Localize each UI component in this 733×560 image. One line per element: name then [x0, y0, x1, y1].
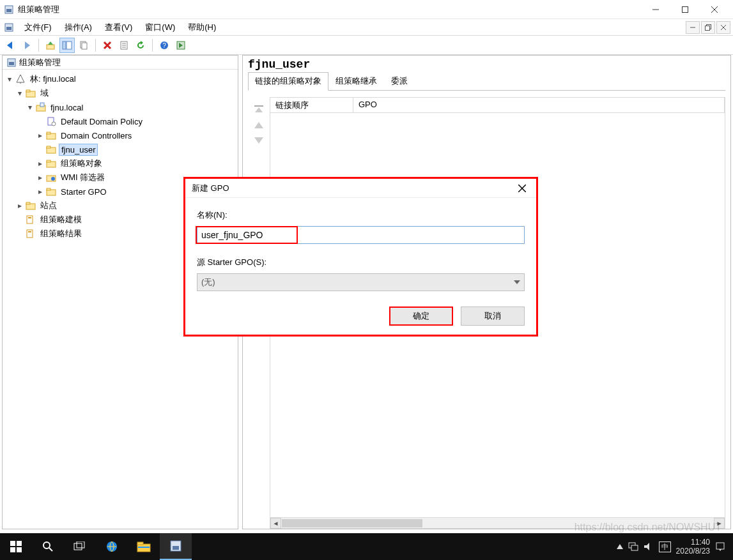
move-top-icon[interactable]	[253, 105, 265, 114]
search-button[interactable]	[32, 533, 64, 560]
move-up-icon[interactable]	[253, 121, 265, 129]
svg-rect-43	[47, 132, 50, 134]
tree-fjnu-user[interactable]: fjnu_user	[4, 142, 236, 156]
tray-notifications-icon[interactable]	[715, 541, 725, 552]
name-input[interactable]	[197, 226, 525, 244]
svg-rect-81	[631, 545, 638, 550]
taskview-button[interactable]	[64, 533, 96, 560]
tree-gpo[interactable]: ▸组策略对象	[4, 156, 236, 170]
tray-clock[interactable]: 11:40 2020/8/23	[676, 538, 710, 556]
up-button[interactable]	[43, 38, 58, 53]
separator	[95, 39, 96, 52]
tree-default-domain-policy[interactable]: Default Domain Policy	[4, 114, 236, 128]
forest-icon	[15, 74, 26, 84]
gpmc-icon	[6, 57, 17, 68]
svg-rect-72	[77, 541, 84, 548]
window-title: 组策略管理	[18, 4, 641, 15]
menu-file[interactable]: 文件(F)	[18, 20, 58, 34]
tree-domain[interactable]: ▾fjnu.local	[4, 100, 236, 114]
ok-button[interactable]: 确定	[389, 306, 453, 326]
svg-marker-64	[514, 280, 520, 284]
scroll-right-icon[interactable]: ►	[714, 518, 725, 529]
svg-rect-18	[66, 42, 72, 49]
menu-window[interactable]: 窗口(W)	[139, 20, 181, 34]
grid-hscrollbar[interactable]: ◄ ►	[270, 517, 725, 528]
svg-rect-33	[9, 62, 14, 65]
task-gpmc[interactable]	[160, 533, 192, 560]
tree-root-label[interactable]: 组策略管理	[19, 57, 61, 68]
menu-view[interactable]: 查看(V)	[98, 20, 139, 34]
properties-button[interactable]	[116, 38, 132, 53]
starter-label: 源 Starter GPO(S):	[197, 257, 525, 268]
delete-button[interactable]	[100, 38, 115, 53]
svg-rect-15	[47, 45, 54, 49]
task-ie[interactable]	[96, 533, 128, 560]
mdi-close[interactable]	[716, 21, 730, 34]
sites-icon	[26, 201, 36, 211]
back-button[interactable]	[3, 38, 18, 53]
menu-help[interactable]: 帮助(H)	[181, 20, 222, 34]
mdi-minimize[interactable]	[686, 21, 700, 34]
svg-marker-82	[644, 543, 649, 550]
maximize-button[interactable]	[670, 0, 700, 19]
cancel-button[interactable]: 取消	[461, 306, 525, 326]
task-explorer[interactable]	[128, 533, 160, 560]
svg-marker-16	[48, 42, 53, 45]
refresh-button[interactable]	[133, 38, 148, 53]
mdi-restore[interactable]	[701, 21, 715, 34]
starter-select[interactable]: (无)	[197, 273, 525, 291]
tree-forest[interactable]: ▾林: fjnu.local	[4, 72, 236, 86]
scroll-left-icon[interactable]: ◄	[270, 518, 281, 529]
tree-domain-controllers[interactable]: ▸Domain Controllers	[4, 128, 236, 142]
close-button[interactable]	[700, 0, 729, 19]
svg-marker-79	[617, 544, 623, 549]
menu-bar: 文件(F) 操作(A) 查看(V) 窗口(W) 帮助(H)	[0, 19, 733, 36]
window-titlebar: 组策略管理	[0, 0, 733, 19]
new-gpo-dialog: 新建 GPO 名称(N): 源 Starter GPO(S): (无) 确定 取…	[183, 177, 538, 337]
detail-title: fjnu_user	[248, 58, 725, 71]
scroll-thumb[interactable]	[282, 519, 422, 527]
dialog-titlebar: 新建 GPO	[185, 179, 536, 198]
taskbar: 中 11:40 2020/8/23	[0, 533, 733, 560]
system-tray[interactable]: 中 11:40 2020/8/23	[609, 538, 733, 556]
tab-linked-gpo[interactable]: 链接的组策略对象	[248, 72, 328, 91]
svg-point-41	[52, 122, 56, 126]
svg-rect-37	[26, 90, 30, 92]
tab-inheritance[interactable]: 组策略继承	[328, 72, 384, 90]
save-button[interactable]	[173, 38, 189, 53]
svg-rect-66	[17, 541, 22, 546]
svg-marker-13	[7, 42, 12, 49]
chevron-down-icon	[514, 280, 520, 284]
svg-rect-17	[63, 42, 66, 49]
domain-icon	[36, 102, 46, 112]
results-icon	[26, 229, 36, 239]
col-gpo[interactable]: GPO	[353, 98, 725, 112]
move-down-icon[interactable]	[253, 137, 265, 144]
copy-button[interactable]	[76, 38, 91, 53]
tree-panel-header: 组策略管理	[3, 56, 238, 70]
help-button[interactable]: ?	[157, 38, 172, 53]
tab-delegation[interactable]: 委派	[384, 72, 415, 90]
start-button[interactable]	[0, 533, 32, 560]
tray-ime-icon[interactable]: 中	[659, 541, 671, 552]
svg-marker-34	[17, 75, 24, 82]
tray-network-icon[interactable]	[628, 542, 638, 551]
svg-marker-84	[719, 549, 721, 551]
tray-volume-icon[interactable]	[644, 542, 654, 551]
svg-rect-55	[28, 217, 31, 218]
menu-action[interactable]: 操作(A)	[58, 20, 98, 34]
svg-rect-53	[26, 202, 30, 204]
wmi-icon	[46, 172, 56, 183]
tray-chevron-up-icon[interactable]	[617, 544, 623, 549]
dialog-close-button[interactable]	[514, 181, 530, 196]
svg-rect-68	[17, 547, 22, 552]
gpo-link-icon	[46, 116, 56, 126]
svg-rect-7	[6, 27, 12, 30]
col-link-order[interactable]: 链接顺序	[270, 98, 353, 112]
tree-domains[interactable]: ▾域	[4, 86, 236, 100]
starter-select-value: (无)	[201, 276, 215, 288]
forward-button[interactable]	[19, 38, 35, 53]
console-tree-button[interactable]	[59, 38, 75, 53]
tray-date: 2020/8/23	[676, 547, 710, 556]
minimize-button[interactable]	[641, 0, 670, 19]
